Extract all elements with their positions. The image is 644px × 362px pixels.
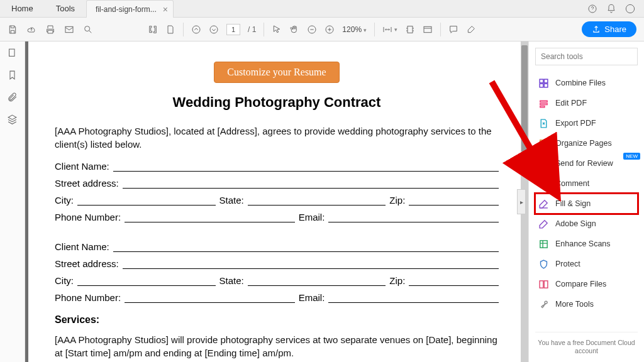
tool-icon <box>538 178 549 189</box>
profile-icon[interactable] <box>625 4 635 14</box>
client-name-label-2: Client Name: <box>55 241 109 252</box>
field-line[interactable] <box>123 260 499 269</box>
tool-label: Edit PDF <box>555 99 587 107</box>
pointer-icon[interactable] <box>272 25 282 35</box>
field-line[interactable] <box>409 277 499 286</box>
svg-rect-11 <box>540 79 543 83</box>
tool-label: Combine Files <box>555 79 606 87</box>
tool-icon <box>538 238 549 250</box>
document-viewport[interactable]: Customize your Resume Wedding Photograph… <box>25 41 528 362</box>
field-line[interactable] <box>77 277 216 286</box>
tab-tools[interactable]: Tools <box>45 0 86 17</box>
tab-home[interactable]: Home <box>0 0 45 17</box>
bookmark-icon[interactable] <box>7 70 18 80</box>
services-paragraph: [AAA Photography Studios] will provide p… <box>55 333 499 359</box>
tools-panel: Combine FilesEdit PDFExport PDFOrganize … <box>528 41 644 362</box>
save-icon[interactable] <box>8 25 18 35</box>
svg-rect-12 <box>544 79 548 83</box>
svg-rect-25 <box>544 280 548 287</box>
hand-icon[interactable] <box>289 25 299 35</box>
search-icon[interactable] <box>83 25 93 35</box>
tool-enhance-scans[interactable]: Enhance Scans <box>535 234 638 254</box>
collapse-right-panel-button[interactable]: ▸ <box>517 189 526 214</box>
zoom-value[interactable]: 120%▾ <box>342 25 367 34</box>
tool-label: Protect <box>555 260 580 268</box>
page-icon[interactable] <box>165 25 175 35</box>
tool-icon <box>538 77 549 89</box>
svg-rect-10 <box>9 49 15 56</box>
field-line[interactable] <box>328 213 499 222</box>
print-icon[interactable] <box>45 25 55 35</box>
field-line[interactable] <box>328 293 499 303</box>
field-line[interactable] <box>409 196 499 206</box>
tools-list: Combine FilesEdit PDFExport PDFOrganize … <box>535 73 638 314</box>
field-line[interactable] <box>248 277 386 286</box>
page-down-icon[interactable] <box>209 25 219 35</box>
tool-icon <box>538 97 549 109</box>
read-mode-icon[interactable] <box>423 25 433 35</box>
svg-rect-18 <box>540 140 543 143</box>
tool-more-tools[interactable]: More Tools <box>535 294 638 314</box>
tool-adobe-sign[interactable]: Adobe Sign <box>535 214 638 234</box>
tool-comment[interactable]: Comment <box>535 173 638 194</box>
field-line[interactable] <box>113 162 499 172</box>
thumbnails-icon[interactable] <box>7 48 18 58</box>
document-tab[interactable]: fil-and-sign-form... × <box>86 0 174 18</box>
tool-organize-pages[interactable]: Organize Pages <box>535 133 638 153</box>
page-number-input[interactable] <box>226 24 240 35</box>
tool-fill-sign[interactable]: Fill & Sign <box>535 194 638 214</box>
tool-send-for-review[interactable]: Send for ReviewNEW <box>535 153 638 173</box>
field-line[interactable] <box>125 293 295 303</box>
tool-label: Organize Pages <box>555 139 612 148</box>
street-label-2: Street address: <box>55 258 119 269</box>
svg-rect-20 <box>540 145 543 147</box>
zoom-in-icon[interactable] <box>325 25 335 35</box>
zoom-out-icon[interactable] <box>307 25 317 35</box>
customize-resume-button[interactable]: Customize your Resume <box>214 62 339 83</box>
search-tools-input[interactable] <box>535 48 638 65</box>
tool-compare-files[interactable]: Compare Files <box>535 274 638 294</box>
tool-combine-files[interactable]: Combine Files <box>535 73 638 93</box>
zip-label-2: Zip: <box>389 275 405 286</box>
field-line[interactable] <box>113 243 499 252</box>
page-up-icon[interactable] <box>191 25 201 35</box>
selection-icon[interactable] <box>148 25 158 35</box>
intro-paragraph: [AAA Photography Studios], located at [A… <box>55 124 499 151</box>
divider <box>440 23 441 36</box>
bell-icon[interactable] <box>606 4 616 14</box>
layers-icon[interactable] <box>7 114 18 124</box>
tool-icon <box>538 138 549 149</box>
comment-icon[interactable] <box>448 25 458 35</box>
pdf-page: Customize your Resume Wedding Photograph… <box>28 41 525 362</box>
field-line[interactable] <box>77 196 216 206</box>
fit-page-icon[interactable] <box>405 25 415 35</box>
svg-point-3 <box>85 26 90 31</box>
fit-width-icon[interactable]: ▾ <box>382 25 397 35</box>
tool-export-pdf[interactable]: Export PDF <box>535 113 638 133</box>
email-label: Email: <box>299 212 325 222</box>
field-line[interactable] <box>123 179 499 189</box>
scrollthumb[interactable] <box>521 45 528 152</box>
help-icon[interactable] <box>587 4 597 14</box>
tool-protect[interactable]: Protect <box>535 254 638 274</box>
tool-icon <box>538 258 549 270</box>
field-line[interactable] <box>125 213 295 222</box>
services-heading: Services: <box>55 314 499 326</box>
mail-icon[interactable] <box>64 25 74 35</box>
city-label-2: City: <box>55 275 74 286</box>
left-rail <box>0 41 25 362</box>
field-line[interactable] <box>248 196 386 206</box>
svg-rect-19 <box>544 140 547 143</box>
tool-label: More Tools <box>555 300 594 309</box>
close-tab-icon[interactable]: × <box>163 4 168 14</box>
document-title: Wedding Photography Contract <box>55 94 499 111</box>
attachment-icon[interactable] <box>7 92 18 102</box>
share-button[interactable]: Share <box>582 21 636 37</box>
tool-icon <box>538 198 549 209</box>
highlight-icon[interactable] <box>466 25 476 35</box>
cloud-account-note: You have a free Document Cloud account <box>535 332 638 362</box>
svg-rect-14 <box>544 84 548 87</box>
cloud-up-icon[interactable] <box>26 25 36 35</box>
tool-edit-pdf[interactable]: Edit PDF <box>535 93 638 113</box>
svg-point-5 <box>210 26 218 33</box>
